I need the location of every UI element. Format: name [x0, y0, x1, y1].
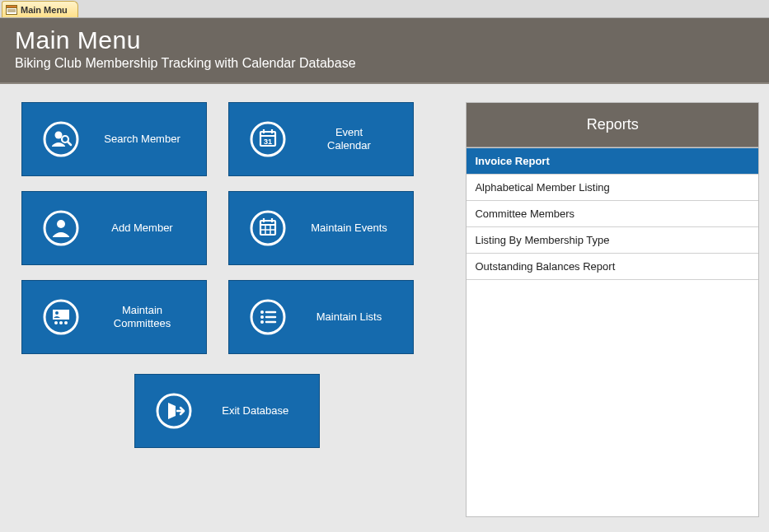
maintain-committees-button[interactable]: Maintain Committees [21, 280, 207, 354]
svg-point-26 [55, 311, 59, 315]
calendar-icon: 31 [244, 119, 292, 159]
page-title: Main Menu [15, 26, 754, 54]
tile-label: Maintain Lists [292, 310, 406, 324]
button-grid: Search Member 31 Event Calendar [21, 102, 433, 448]
content-area: Search Member 31 Event Calendar [0, 84, 769, 517]
svg-rect-25 [53, 310, 69, 320]
report-item[interactable]: Committee Members [467, 201, 758, 227]
svg-point-29 [64, 321, 68, 324]
report-item[interactable]: Alphabetical Member Listing [467, 175, 758, 201]
form-icon [6, 5, 17, 15]
svg-point-32 [260, 315, 264, 319]
exit-icon [150, 391, 198, 431]
search-member-icon [37, 119, 85, 159]
svg-point-15 [57, 220, 65, 228]
lists-icon [244, 297, 292, 337]
svg-point-16 [251, 212, 284, 245]
report-item[interactable]: Invoice Report [467, 148, 758, 175]
search-member-button[interactable]: Search Member [21, 102, 207, 176]
svg-point-31 [260, 310, 264, 314]
tab-label: Main Menu [21, 5, 68, 15]
maintain-lists-button[interactable]: Maintain Lists [228, 280, 414, 354]
svg-point-27 [54, 321, 58, 324]
maintain-events-button[interactable]: Maintain Events [228, 191, 414, 265]
add-member-button[interactable]: Add Member [21, 191, 207, 265]
report-item[interactable]: Outstanding Balances Report [467, 254, 758, 280]
tile-label: Maintain Events [292, 222, 406, 235]
tile-label: Maintain Committees [85, 304, 199, 331]
page-header: Main Menu Biking Club Membership Trackin… [0, 18, 769, 84]
svg-point-28 [59, 321, 63, 324]
committees-icon [37, 297, 85, 337]
tab-strip: Main Menu [0, 0, 769, 18]
reports-panel: Reports Invoice ReportAlphabetical Membe… [466, 102, 759, 517]
tile-label: Add Member [85, 222, 199, 235]
svg-line-7 [68, 142, 71, 145]
svg-point-33 [260, 320, 264, 324]
add-member-icon [37, 208, 85, 248]
report-item[interactable]: Listing By Membership Type [467, 227, 758, 254]
tab-main-menu[interactable]: Main Menu [2, 1, 78, 17]
reports-list[interactable]: Invoice ReportAlphabetical Member Listin… [467, 147, 758, 280]
tile-label: Search Member [85, 133, 199, 146]
event-calendar-button[interactable]: 31 Event Calendar [228, 102, 414, 176]
tile-label: Event Calendar [292, 126, 406, 153]
exit-database-button[interactable]: Exit Database [134, 374, 320, 448]
svg-rect-17 [260, 221, 275, 235]
page-subtitle: Biking Club Membership Tracking with Cal… [15, 56, 754, 71]
tile-label: Exit Database [198, 404, 312, 418]
reports-header: Reports [467, 103, 758, 147]
svg-point-5 [55, 132, 63, 139]
svg-rect-1 [7, 5, 17, 7]
events-icon [244, 208, 292, 248]
svg-text:31: 31 [264, 138, 272, 146]
